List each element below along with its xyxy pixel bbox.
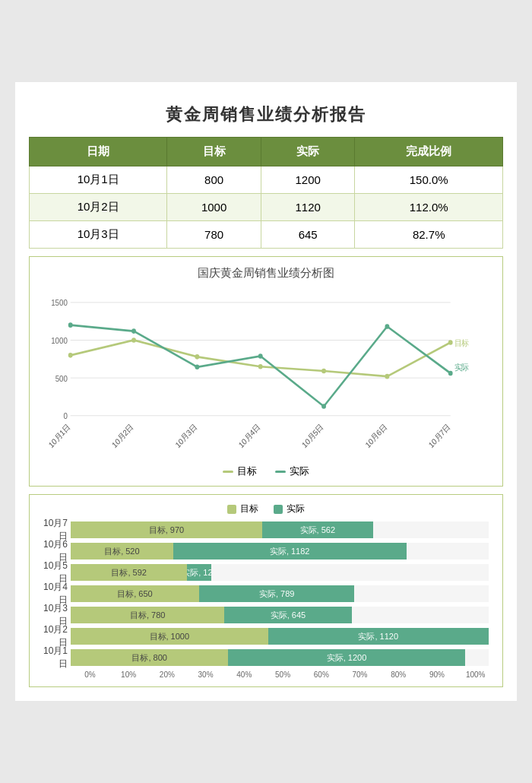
table-cell-target: 1000 xyxy=(167,194,261,221)
table-cell-actual: 1120 xyxy=(261,194,355,221)
legend-target-dot xyxy=(223,471,233,473)
bar-segment-target: 目标, 970 xyxy=(71,521,262,538)
svg-point-24 xyxy=(68,322,73,328)
bar-segment-actual: 实际, 645 xyxy=(224,607,351,623)
table-cell-target: 780 xyxy=(167,221,261,249)
bar-segment-actual: 实际, 789 xyxy=(199,585,355,602)
line-chart-section: 国庆黄金周销售业绩分析图 05001000150010月1日10月2日10月3日… xyxy=(29,256,503,487)
svg-text:1000: 1000 xyxy=(51,336,68,345)
bar-row: 10月1日目标, 800实际, 1200 xyxy=(71,649,489,666)
svg-text:实际: 实际 xyxy=(454,363,469,372)
svg-text:500: 500 xyxy=(55,374,68,383)
table-cell-target: 800 xyxy=(167,166,261,194)
x-axis-label: 0% xyxy=(71,670,109,679)
bar-track: 目标, 1000实际, 1120 xyxy=(71,628,489,645)
x-axis-label: 70% xyxy=(340,670,379,679)
line-chart-wrap: 05001000150010月1日10月2日10月3日10月4日10月5日10月… xyxy=(37,287,495,461)
svg-point-22 xyxy=(385,374,389,379)
svg-text:目标: 目标 xyxy=(454,338,469,347)
bar-legend: 目标 实际 xyxy=(37,502,495,515)
svg-text:10月7日: 10月7日 xyxy=(427,422,451,449)
col-header-date: 日期 xyxy=(30,138,167,166)
svg-point-19 xyxy=(195,354,199,360)
legend-actual-label: 实际 xyxy=(290,464,309,478)
bar-track: 目标, 780实际, 645 xyxy=(71,607,489,623)
bar-track: 目标, 970实际, 562 xyxy=(71,521,489,538)
svg-point-20 xyxy=(258,364,263,369)
legend-actual: 实际 xyxy=(275,464,309,478)
bar-segment-target: 目标, 800 xyxy=(71,649,228,666)
svg-text:10月3日: 10月3日 xyxy=(174,422,198,449)
x-axis-label: 90% xyxy=(418,670,457,679)
svg-text:1500: 1500 xyxy=(51,299,68,308)
chart-legend: 目标 实际 xyxy=(37,464,495,478)
bar-row: 10月3日目标, 780实际, 645 xyxy=(71,607,489,623)
svg-text:10月1日: 10月1日 xyxy=(47,422,71,449)
table-cell-ratio: 150.0% xyxy=(355,166,503,194)
svg-point-26 xyxy=(195,364,199,369)
line-chart-title: 国庆黄金周销售业绩分析图 xyxy=(37,266,495,281)
svg-point-18 xyxy=(131,338,136,343)
svg-point-25 xyxy=(131,328,136,334)
table-cell-actual: 645 xyxy=(261,221,355,249)
bar-segment-target: 目标, 780 xyxy=(71,607,224,623)
table-row: 10月2日10001120112.0% xyxy=(30,194,503,221)
bar-segment-target: 目标, 1000 xyxy=(71,628,268,645)
svg-point-23 xyxy=(448,340,453,345)
svg-point-17 xyxy=(68,353,73,358)
bar-legend-target-dot xyxy=(227,505,236,514)
x-axis-label: 10% xyxy=(109,670,148,679)
bar-segment-actual: 实际, 1182 xyxy=(173,543,407,560)
bar-track: 目标, 800实际, 1200 xyxy=(71,649,489,666)
bar-row: 10月6日目标, 520实际, 1182 xyxy=(71,543,489,560)
bar-row: 10月7日目标, 970实际, 562 xyxy=(71,521,489,538)
svg-point-28 xyxy=(321,404,326,409)
x-axis-label: 50% xyxy=(264,670,302,679)
x-axis-labels: 0%10%20%30%40%50%60%70%80%90%100% xyxy=(37,670,495,679)
svg-text:10月2日: 10月2日 xyxy=(110,422,135,449)
bar-segment-actual: 实际, 1200 xyxy=(228,649,464,666)
bar-segment-actual: 实际, 562 xyxy=(262,521,373,538)
x-axis-label: 40% xyxy=(225,670,264,679)
bar-segment-target: 目标, 592 xyxy=(71,564,187,581)
main-container: 黄金周销售业绩分析报告 日期 目标 实际 完成比例 10月1日800120015… xyxy=(15,82,517,701)
svg-point-21 xyxy=(321,369,326,374)
table-cell-actual: 1200 xyxy=(261,166,355,194)
x-axis-label: 20% xyxy=(147,670,186,679)
report-title: 黄金周销售业绩分析报告 xyxy=(29,96,503,137)
legend-actual-dot xyxy=(275,471,286,473)
col-header-actual: 实际 xyxy=(261,138,355,166)
line-chart-svg: 05001000150010月1日10月2日10月3日10月4日10月5日10月… xyxy=(37,287,495,461)
x-axis-label: 30% xyxy=(186,670,225,679)
bar-legend-actual-label: 实际 xyxy=(287,502,305,515)
bar-chart-area: 10月7日目标, 970实际, 56210月6日目标, 520实际, 11821… xyxy=(37,521,495,666)
x-axis-label: 100% xyxy=(456,670,495,679)
bar-segment-actual: 实际, 1120 xyxy=(268,628,489,645)
table-cell-date: 10月3日 xyxy=(30,221,167,249)
bar-chart-section: 目标 实际 10月7日目标, 970实际, 56210月6日目标, 520实际,… xyxy=(29,494,503,687)
bar-row: 10月5日目标, 592实际, 123 xyxy=(71,564,489,581)
bar-legend-actual-dot xyxy=(274,505,283,514)
table-cell-ratio: 112.0% xyxy=(355,194,503,221)
bar-legend-target-label: 目标 xyxy=(240,502,258,515)
bar-segment-target: 目标, 520 xyxy=(71,543,173,560)
col-header-target: 目标 xyxy=(167,138,261,166)
bar-legend-actual: 实际 xyxy=(274,502,305,515)
svg-text:10月6日: 10月6日 xyxy=(364,422,388,449)
table-cell-ratio: 82.7% xyxy=(355,221,503,249)
legend-target-label: 目标 xyxy=(237,464,257,478)
bar-track: 目标, 650实际, 789 xyxy=(71,585,489,602)
bar-legend-target: 目标 xyxy=(227,502,258,515)
bar-segment-actual: 实际, 123 xyxy=(187,564,211,581)
data-table: 日期 目标 实际 完成比例 10月1日8001200150.0%10月2日100… xyxy=(29,137,503,249)
svg-text:10月4日: 10月4日 xyxy=(237,422,261,449)
table-cell-date: 10月2日 xyxy=(30,194,167,221)
table-cell-date: 10月1日 xyxy=(30,166,167,194)
svg-text:0: 0 xyxy=(63,412,68,421)
bar-row: 10月2日目标, 1000实际, 1120 xyxy=(71,628,489,645)
x-axis-label: 60% xyxy=(302,670,340,679)
svg-text:10月5日: 10月5日 xyxy=(300,422,325,449)
svg-point-29 xyxy=(385,324,389,329)
bar-segment-target: 目标, 650 xyxy=(71,585,199,602)
bar-row: 10月4日目标, 650实际, 789 xyxy=(71,585,489,602)
